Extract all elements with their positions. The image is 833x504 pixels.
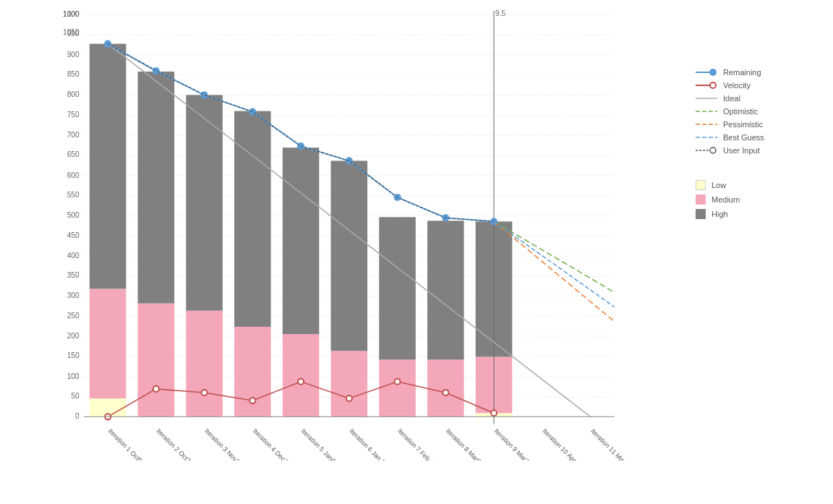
x-label-10: Iteration 11 May10 <box>589 427 633 461</box>
remaining-dot-1 <box>153 67 160 74</box>
x-label-3: Iteration 4 Dec7 <box>252 427 289 461</box>
svg-point-24 <box>709 69 717 76</box>
x-label-2: Iteration 3 Nov16 <box>203 427 244 461</box>
y-tick-1100: 1100 <box>63 10 80 18</box>
x-label-8: Iteration 9 Mar29 <box>493 427 534 461</box>
legend-low-label: Low <box>712 181 726 189</box>
legend-high-color <box>696 209 706 219</box>
legend-medium-label: Medium <box>712 195 740 204</box>
chart-container: 0 50 100 150 200 250 300 350 400 450 500… <box>0 0 833 504</box>
y-tick-750: 750 <box>67 111 80 119</box>
y-tick-850: 850 <box>67 70 80 78</box>
y-tick-600: 600 <box>67 171 80 179</box>
y-tick-1050: 1050 <box>63 28 80 36</box>
legend-user-input-label: User Input <box>723 146 760 155</box>
legend-optimistic: Optimistic <box>696 107 826 116</box>
legend-velocity: Velocity <box>696 81 826 90</box>
y-tick-200: 200 <box>67 332 80 340</box>
legend-user-input: User Input <box>696 146 826 155</box>
bar-medium-6 <box>379 359 416 417</box>
legend-best-guess-label: Best Guess <box>723 133 764 142</box>
velocity-dot-4 <box>298 379 304 385</box>
legend-pessimistic-label: Pessimistic <box>723 120 763 129</box>
legend-best-guess: Best Guess <box>696 133 826 142</box>
legend-low: Low <box>696 180 826 190</box>
legend-remaining: Remaining <box>696 68 826 77</box>
y-tick-900: 900 <box>67 51 80 59</box>
y-tick-150: 150 <box>67 351 80 359</box>
x-axis-labels: Iteration 1 Oct5 Iteration 2 Oct26 Itera… <box>107 427 633 461</box>
bar-medium-5 <box>331 351 368 417</box>
y-tick-700: 700 <box>67 131 80 139</box>
x-label-7: Iteration 8 Mar8 <box>445 427 482 461</box>
y-tick-250: 250 <box>67 312 80 320</box>
y-tick-500: 500 <box>67 211 80 219</box>
legend-remaining-label: Remaining <box>723 68 761 77</box>
y-tick-650: 650 <box>67 150 80 158</box>
chart-area: 0 50 100 150 200 250 300 350 400 450 500… <box>36 7 688 461</box>
legend-low-color <box>696 180 706 190</box>
bar-high-0 <box>90 44 127 289</box>
bar-high-7 <box>427 221 464 359</box>
bar-medium-7 <box>427 359 464 417</box>
main-chart-svg: 0 50 100 150 200 250 300 350 400 450 500… <box>36 7 688 461</box>
bar-high-3 <box>234 111 271 327</box>
velocity-dot-1 <box>153 386 159 392</box>
remaining-dot-5 <box>346 157 353 164</box>
x-label-9: Iteration 10 Apr19 <box>541 427 583 461</box>
bar-medium-1 <box>138 304 175 417</box>
bar-medium-4 <box>283 334 320 417</box>
bar-high-4 <box>283 148 320 334</box>
y-tick-100: 100 <box>67 372 80 380</box>
velocity-dot-2 <box>202 390 208 396</box>
svg-point-32 <box>710 148 716 153</box>
bar-high-2 <box>186 95 223 310</box>
y-tick-800: 800 <box>67 90 80 98</box>
reference-line-label: 9.5 <box>495 9 505 17</box>
legend-ideal-label: Ideal <box>723 94 740 103</box>
velocity-dot-5 <box>346 396 352 401</box>
legend-area: Remaining Velocity Ideal Optimistic Pess… <box>688 7 833 461</box>
y-tick-400: 400 <box>67 252 80 260</box>
remaining-dot-3 <box>249 108 256 116</box>
bar-high-6 <box>379 217 416 359</box>
y-tick-0: 0 <box>75 412 80 420</box>
bar-high-5 <box>331 161 368 351</box>
y-tick-50: 50 <box>71 392 80 400</box>
x-label-4: Iteration 5 Jan4 <box>300 427 337 461</box>
velocity-dot-7 <box>443 390 448 396</box>
y-tick-550: 550 <box>67 191 80 199</box>
remaining-dot-2 <box>201 91 208 98</box>
legend-high: High <box>696 209 826 219</box>
x-label-6: Iteration 7 Feb 15 <box>396 427 437 461</box>
svg-point-26 <box>710 82 716 88</box>
legend-pessimistic: Pessimistic <box>696 120 826 129</box>
x-label-1: Iteration 2 Oct26 <box>155 427 195 461</box>
legend-ideal: Ideal <box>696 94 826 103</box>
y-tick-300: 300 <box>67 291 80 299</box>
bar-medium-2 <box>186 311 223 417</box>
y-tick-450: 450 <box>67 231 80 239</box>
velocity-dot-3 <box>249 398 255 403</box>
velocity-dot-8 <box>491 410 497 416</box>
legend-medium: Medium <box>696 195 826 205</box>
y-tick-350: 350 <box>67 271 80 279</box>
legend-medium-color <box>696 195 706 205</box>
legend-high-label: High <box>712 210 728 218</box>
velocity-dot-6 <box>394 379 400 385</box>
legend-optimistic-label: Optimistic <box>723 107 758 116</box>
bar-high-1 <box>138 72 175 304</box>
legend-velocity-label: Velocity <box>723 81 751 90</box>
bar-medium-0 <box>90 289 127 398</box>
x-label-0: Iteration 1 Oct5 <box>107 427 144 461</box>
x-label-5: Iteration 6 Jan 25 <box>348 427 389 461</box>
